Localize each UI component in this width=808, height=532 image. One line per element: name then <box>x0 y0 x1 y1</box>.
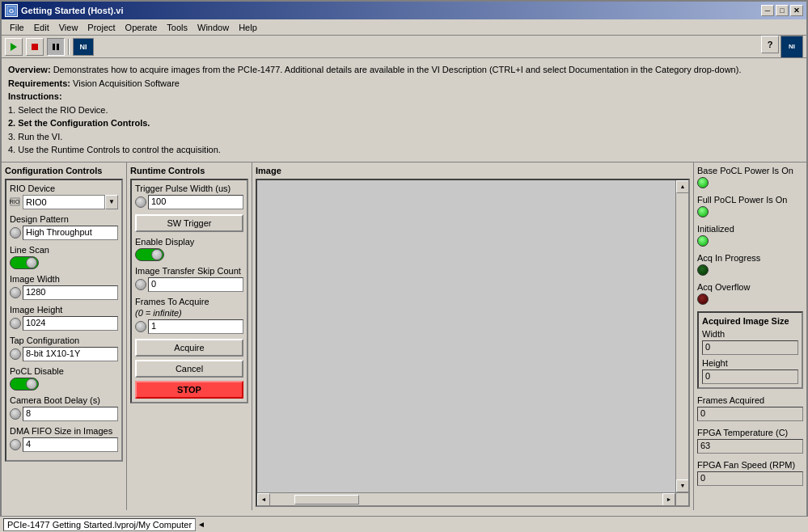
base-pocl-power-label: Base PoCL Power Is On <box>697 166 803 175</box>
pocl-disable-group: PoCL Disable <box>10 366 118 391</box>
image-width-knob[interactable] <box>10 287 21 298</box>
image-scrollbar-vertical[interactable]: ▲ ▼ <box>675 180 688 492</box>
frames-acquire-value[interactable]: 1 <box>148 319 243 334</box>
image-width-input: 1280 <box>10 285 118 300</box>
dma-fifo-value[interactable]: 4 <box>23 437 118 452</box>
close-button[interactable]: ✕ <box>790 5 803 16</box>
overview-section: Overview: Demonstrates how to acquire im… <box>2 58 806 163</box>
maximize-button[interactable]: □ <box>776 5 789 16</box>
requirements-label: Requirements: <box>8 78 70 88</box>
scroll-thumb-h[interactable] <box>294 495 359 505</box>
acq-overflow-item: Acq Overflow <box>697 282 803 305</box>
menu-view[interactable]: View <box>54 21 83 34</box>
toolbar: NI ? NI <box>2 36 806 58</box>
tap-config-input: 8-bit 1X10-1Y <box>10 347 118 361</box>
skip-count-label: Image Transfer Skip Count <box>135 266 243 276</box>
svg-rect-3 <box>32 44 38 50</box>
design-pattern-value[interactable]: High Throughput <box>23 226 118 240</box>
image-width-value[interactable]: 1280 <box>23 285 118 300</box>
stop-container: STOP <box>135 381 243 399</box>
svg-rect-5 <box>57 44 59 50</box>
status-panel: Base PoCL Power Is On Full PoCL Power Is… <box>693 163 806 510</box>
rio-device-input[interactable]: RIO RIO0 ▼ <box>10 195 118 209</box>
fpga-temp-item: FPGA Temperature (C) 63 <box>697 428 803 454</box>
menu-file[interactable]: File <box>5 21 29 34</box>
menu-project[interactable]: Project <box>82 21 120 34</box>
rio-device-value[interactable]: RIO0 <box>23 195 105 209</box>
cancel-button[interactable]: Cancel <box>135 360 243 378</box>
pocl-disable-knob <box>26 378 37 390</box>
title-bar-buttons: ─ □ ✕ <box>761 5 803 16</box>
acq-progress-label: Acq In Progress <box>697 253 803 263</box>
enable-display-toggle[interactable] <box>135 248 164 261</box>
frames-acquire-group: Frames To Acquire (0 = infinite) 1 <box>135 297 243 334</box>
frames-acquire-sublabel: (0 = infinite) <box>135 308 243 318</box>
main-content: Configuration Controls RIO Device RIO RI… <box>2 163 806 510</box>
help-question-button[interactable]: ? <box>761 36 779 53</box>
runtime-panel-box: Trigger Pulse Width (us) 100 SW Trigger … <box>130 179 248 403</box>
overview-text: Demonstrates how to acquire images from … <box>51 65 742 74</box>
acq-overflow-led <box>697 293 803 305</box>
status-bar-arrow[interactable]: ◄ <box>197 520 205 529</box>
image-panel-title: Image <box>256 166 690 175</box>
menu-window[interactable]: Window <box>192 21 234 34</box>
abort-button[interactable] <box>26 38 44 56</box>
rio-device-dropdown-arrow[interactable]: ▼ <box>105 195 118 209</box>
dma-fifo-label: DMA FIFO Size in Images <box>10 426 118 436</box>
dma-fifo-input: 4 <box>10 437 118 452</box>
sw-trigger-button[interactable]: SW Trigger <box>135 214 243 232</box>
svg-text:G: G <box>9 7 14 15</box>
line-scan-label: Line Scan <box>10 245 118 255</box>
cancel-container: Cancel <box>135 360 243 378</box>
camera-boot-delay-value[interactable]: 8 <box>23 407 118 421</box>
skip-count-value[interactable]: 0 <box>148 277 243 292</box>
base-pocl-power-indicator <box>697 177 709 188</box>
camera-boot-delay-knob[interactable] <box>10 408 21 420</box>
scroll-right-arrow[interactable]: ► <box>662 493 675 506</box>
trigger-pulse-value[interactable]: 100 <box>148 195 243 209</box>
image-height-knob[interactable] <box>10 318 21 329</box>
run-button[interactable] <box>5 38 23 56</box>
scroll-down-arrow[interactable]: ▼ <box>676 479 689 492</box>
rio-device-icon: RIO <box>10 196 23 209</box>
overview-line2: Requirements: Vision Acquisition Softwar… <box>8 77 800 91</box>
fpga-temp-value: 63 <box>697 439 803 454</box>
minimize-button[interactable]: ─ <box>761 5 774 16</box>
scroll-up-arrow[interactable]: ▲ <box>676 180 689 193</box>
acquire-button[interactable]: Acquire <box>135 339 243 357</box>
menu-tools[interactable]: Tools <box>162 21 192 34</box>
image-height-value[interactable]: 1024 <box>23 316 118 331</box>
line-scan-group: Line Scan <box>10 245 118 269</box>
line-scan-knob <box>26 257 37 268</box>
frames-acquire-knob[interactable] <box>135 321 146 332</box>
image-scrollbar-horizontal[interactable]: ◄ ► <box>257 492 675 505</box>
menu-help[interactable]: Help <box>234 21 262 34</box>
design-pattern-knob[interactable] <box>10 227 21 239</box>
ni-logo: NI <box>73 38 94 56</box>
full-pocl-power-item: Full PoCL Power Is On <box>697 195 803 217</box>
initialized-indicator <box>697 235 709 247</box>
initialized-led <box>697 235 803 247</box>
line-scan-toggle[interactable] <box>10 256 39 269</box>
pocl-disable-toggle[interactable] <box>10 378 39 391</box>
pause-button[interactable] <box>47 38 65 56</box>
scrollbar-corner <box>675 492 688 505</box>
config-panel: Configuration Controls RIO Device RIO RI… <box>2 163 127 510</box>
fpga-fan-item: FPGA Fan Speed (RPM) 0 <box>697 460 803 486</box>
tap-config-value[interactable]: 8-bit 1X10-1Y <box>23 347 118 361</box>
scroll-left-arrow[interactable]: ◄ <box>257 493 270 506</box>
menu-edit[interactable]: Edit <box>29 21 54 34</box>
config-panel-title: Configuration Controls <box>5 166 123 175</box>
skip-count-group: Image Transfer Skip Count 0 <box>135 266 243 292</box>
trigger-pulse-knob[interactable] <box>135 196 146 208</box>
stop-button[interactable]: STOP <box>135 381 243 399</box>
menu-operate[interactable]: Operate <box>121 21 163 34</box>
acq-width-label: Width <box>702 329 798 339</box>
dma-fifo-knob[interactable] <box>10 439 21 450</box>
camera-boot-delay-input: 8 <box>10 407 118 421</box>
tap-config-knob[interactable] <box>10 348 21 360</box>
fpga-fan-value: 0 <box>697 471 803 486</box>
acquired-image-size-box: Acquired Image Size Width 0 Height 0 <box>697 311 803 389</box>
frames-acquire-input: 1 <box>135 319 243 334</box>
skip-count-knob[interactable] <box>135 279 146 290</box>
